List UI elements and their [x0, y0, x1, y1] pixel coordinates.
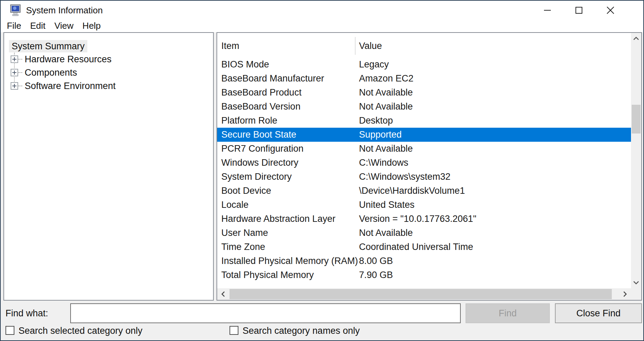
row-value-cell: 8.00 GB [359, 256, 631, 266]
table-row[interactable]: Secure Boot StateSupported [217, 128, 631, 142]
row-value-cell: Not Available [359, 143, 631, 154]
title-bar: System Information [1, 1, 643, 20]
table-row[interactable]: Total Physical Memory7.90 GB [217, 268, 631, 282]
table-row[interactable]: Time ZoneCoordinated Universal Time [217, 240, 631, 254]
row-value-cell: Not Available [359, 87, 631, 98]
close-find-button[interactable]: Close Find [555, 303, 642, 323]
row-item-cell: Time Zone [217, 242, 359, 252]
row-item-cell: BaseBoard Manufacturer [217, 73, 359, 84]
row-value-cell: Desktop [359, 115, 631, 126]
close-button[interactable] [595, 1, 626, 20]
category-tree-pane: System Summary Hardware ResourcesCompone… [3, 32, 214, 301]
table-row[interactable]: Windows DirectoryC:\Windows [217, 156, 631, 170]
row-value-cell: Coordinated Universal Time [359, 242, 631, 252]
column-header-item[interactable]: Item [221, 33, 239, 58]
column-header-value[interactable]: Value [359, 33, 382, 58]
window-controls [532, 1, 626, 20]
scroll-right-button[interactable] [619, 288, 631, 300]
scrollbar-corner [631, 288, 641, 300]
table-row[interactable]: BIOS ModeLegacy [217, 58, 631, 72]
search-selected-category-label: Search selected category only [18, 326, 143, 336]
table-row[interactable]: PCR7 ConfigurationNot Available [217, 142, 631, 156]
horizontal-scrollbar[interactable] [217, 288, 631, 300]
tree-item-software-environment[interactable]: Software Environment [11, 79, 116, 92]
tree-item-components[interactable]: Components [11, 66, 77, 79]
expand-plus-icon[interactable] [11, 69, 18, 76]
menu-item-view[interactable]: View [50, 20, 78, 32]
table-row[interactable]: Platform RoleDesktop [217, 114, 631, 128]
row-item-cell: Secure Boot State [217, 129, 359, 140]
tree-item-label: Software Environment [25, 81, 116, 91]
horizontal-scroll-thumb[interactable] [230, 289, 612, 299]
tree-item-hardware-resources[interactable]: Hardware Resources [11, 53, 112, 66]
chevron-up-icon [633, 36, 639, 40]
row-value-cell: United States [359, 200, 631, 210]
row-value-cell: C:\Windows\system32 [359, 172, 631, 182]
search-selected-category-checkbox[interactable] [5, 326, 14, 335]
row-item-cell: Hardware Abstraction Layer [217, 214, 359, 224]
row-value-cell: 7.90 GB [359, 270, 631, 280]
row-item-cell: PCR7 Configuration [217, 143, 359, 154]
tree-item-label: Components [25, 67, 77, 78]
minimize-icon [543, 6, 552, 14]
search-category-names-checkbox[interactable] [230, 326, 238, 335]
expand-plus-icon[interactable] [11, 55, 18, 63]
menu-bar: FileEditViewHelp [1, 20, 643, 32]
row-item-cell: BIOS Mode [217, 59, 359, 70]
find-button[interactable]: Find [466, 303, 550, 323]
table-row[interactable]: BaseBoard ProductNot Available [217, 86, 631, 100]
row-value-cell: \Device\HarddiskVolume1 [359, 186, 631, 196]
row-item-cell: System Directory [217, 172, 359, 182]
row-value-cell: C:\Windows [359, 157, 631, 168]
tree-connector-stub [18, 86, 22, 86]
row-value-cell: Not Available [359, 228, 631, 238]
maximize-icon [575, 6, 583, 14]
table-row[interactable]: System DirectoryC:\Windows\system32 [217, 170, 631, 184]
row-value-cell: Amazon EC2 [359, 73, 631, 84]
menu-item-help[interactable]: Help [78, 20, 105, 32]
window-title: System Information [26, 1, 103, 20]
row-item-cell: BaseBoard Product [217, 87, 359, 98]
chevron-left-icon [221, 291, 225, 297]
find-input[interactable] [70, 303, 461, 323]
row-value-cell: Not Available [359, 101, 631, 112]
row-item-cell: Boot Device [217, 186, 359, 196]
row-item-cell: Platform Role [217, 115, 359, 126]
row-item-cell: Windows Directory [217, 157, 359, 168]
row-value-cell: Legacy [359, 59, 631, 70]
scroll-left-button[interactable] [217, 288, 229, 300]
tree-item-label: Hardware Resources [25, 54, 112, 65]
table-header: Item Value [217, 33, 631, 58]
table-row[interactable]: BaseBoard VersionNot Available [217, 100, 631, 114]
row-item-cell: BaseBoard Version [217, 101, 359, 112]
table-row[interactable]: LocaleUnited States [217, 198, 631, 212]
info-table-body: BIOS ModeLegacyBaseBoard ManufacturerAma… [217, 58, 631, 282]
menu-item-edit[interactable]: Edit [26, 20, 50, 32]
row-item-cell: Installed Physical Memory (RAM) [217, 256, 359, 266]
detail-list-pane: Item Value BIOS ModeLegacyBaseBoard Manu… [216, 32, 642, 301]
row-item-cell: Locale [217, 200, 359, 210]
minimize-button[interactable] [532, 1, 563, 20]
maximize-button[interactable] [563, 1, 595, 20]
table-row[interactable]: BaseBoard ManufacturerAmazon EC2 [217, 72, 631, 86]
close-icon [606, 6, 615, 15]
row-value-cell: Supported [359, 129, 631, 140]
chevron-right-icon [623, 291, 627, 297]
search-category-names-label: Search category names only [243, 326, 360, 336]
scroll-down-button[interactable] [631, 277, 641, 288]
tree-connector-stub [18, 59, 22, 60]
table-row[interactable]: User NameNot Available [217, 226, 631, 240]
scroll-up-button[interactable] [631, 33, 641, 44]
vertical-scrollbar[interactable] [631, 33, 641, 288]
tree-item-system-summary[interactable]: System Summary [9, 40, 87, 52]
table-row[interactable]: Hardware Abstraction LayerVersion = "10.… [217, 212, 631, 226]
tree-connector-stub [18, 72, 22, 73]
vertical-scroll-thumb[interactable] [632, 105, 641, 134]
menu-item-file[interactable]: File [2, 20, 26, 32]
table-row[interactable]: Boot Device\Device\HarddiskVolume1 [217, 184, 631, 198]
system-information-window: System Information FileEditViewHelp Syst… [0, 0, 644, 341]
chevron-down-icon [633, 281, 639, 285]
table-row[interactable]: Installed Physical Memory (RAM)8.00 GB [217, 254, 631, 268]
column-separator[interactable] [355, 37, 356, 55]
expand-plus-icon[interactable] [11, 82, 18, 90]
